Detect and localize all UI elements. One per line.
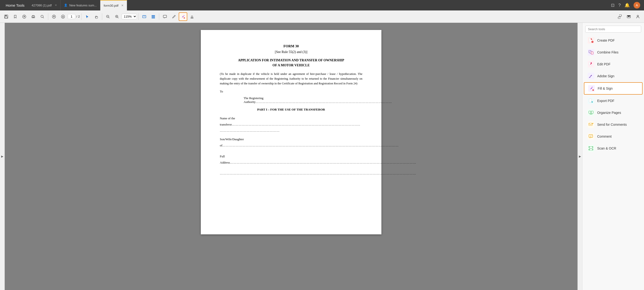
page-separator: /: [76, 15, 77, 18]
right-panel-toggle[interactable]: ▶: [578, 23, 582, 290]
comment-icon: [588, 133, 594, 140]
toolbar-right: [616, 12, 642, 21]
tool-edit-pdf[interactable]: Edit PDF: [584, 58, 642, 70]
tab-label: New features sum...: [70, 4, 97, 7]
tab-form30[interactable]: form30.pdf ✕: [100, 0, 127, 10]
adobe-sign-icon: [588, 73, 594, 80]
tool-export-pdf[interactable]: Export PDF: [584, 95, 642, 106]
fit-page-button[interactable]: [140, 12, 148, 21]
svg-rect-31: [589, 123, 592, 126]
edit-pdf-label: Edit PDF: [597, 62, 610, 66]
svg-rect-2: [5, 17, 7, 18]
svg-rect-12: [152, 15, 155, 16]
page-total: 2: [78, 15, 80, 18]
tool-adobe-sign[interactable]: Adobe Sign: [584, 70, 642, 82]
scan-ocr-label: Scan & OCR: [597, 146, 616, 150]
page-navigation: / 2: [68, 14, 80, 19]
bookmark-button[interactable]: [11, 12, 20, 21]
top-bar-right: ⊡ ? 🔔 A: [611, 2, 642, 8]
combine-files-icon: [588, 49, 594, 56]
pdf-authority: The Registering Authority…………………………………………: [220, 96, 362, 104]
upload-button[interactable]: [20, 12, 28, 21]
tool-organize-pages[interactable]: Organize Pages: [584, 107, 642, 118]
pen-tool-button[interactable]: [170, 12, 178, 21]
print-button[interactable]: [29, 12, 38, 21]
tab-close-icon[interactable]: ✕: [55, 4, 57, 7]
svg-point-19: [637, 15, 638, 17]
pdf-note: (To be made in duplicate if the vehicle …: [220, 72, 362, 86]
send-for-comments-label: Send for Comments: [597, 123, 627, 126]
main-content: ▶ FORM 30 [See Rule 55(2) and (3)] APPLI…: [0, 23, 644, 290]
notification-icon[interactable]: 🔔: [624, 2, 630, 8]
link-button[interactable]: [616, 12, 624, 21]
svg-rect-11: [142, 16, 146, 18]
save-button[interactable]: [2, 12, 10, 21]
sidebar-left-toggle[interactable]: ▶: [0, 23, 5, 290]
tab-person-icon: 👤: [64, 4, 68, 7]
tab-label: form30.pdf: [104, 4, 118, 7]
toolbar: / 2 115% 100% 75% 150%: [0, 10, 644, 23]
tool-combine-files[interactable]: Combine Files: [584, 46, 642, 58]
top-bar: Home Tools 427086 (1).pdf ✕ 👤 New featur…: [0, 0, 644, 10]
home-label[interactable]: Home: [6, 3, 15, 7]
tab-close-icon[interactable]: ✕: [121, 4, 124, 7]
fill-sign-label: Fill & Sign: [598, 86, 613, 90]
right-arrow-icon: ▶: [579, 155, 581, 158]
separator3: [102, 13, 102, 20]
user-profile-button[interactable]: [634, 12, 642, 21]
export-pdf-icon: [588, 98, 594, 104]
zoom-out-button[interactable]: [104, 12, 112, 21]
hand-tool-button[interactable]: [92, 12, 100, 21]
help-icon[interactable]: ?: [618, 3, 621, 8]
tool-comment[interactable]: Comment: [584, 131, 642, 142]
tool-fill-sign[interactable]: Fill & Sign: [584, 82, 642, 94]
tool-send-for-comments[interactable]: Send for Comments: [584, 119, 642, 130]
cast-icon[interactable]: ⊡: [611, 2, 614, 8]
svg-rect-28: [589, 99, 592, 102]
combine-files-label: Combine Files: [597, 50, 618, 54]
svg-rect-24: [591, 52, 593, 54]
svg-rect-30: [591, 111, 593, 114]
tools-search-input[interactable]: [585, 26, 641, 32]
comment-label: Comment: [597, 134, 612, 138]
scroll-mode-button[interactable]: [149, 12, 158, 21]
prev-page-button[interactable]: [50, 12, 58, 21]
next-page-button[interactable]: [59, 12, 67, 21]
pdf-main-heading: APPLICATION FOR INTIMATION AND TRANSFER …: [220, 58, 362, 68]
tab-new-features[interactable]: 👤 New features sum...: [60, 0, 100, 10]
separator: [48, 13, 48, 20]
adobe-sign-label: Adobe Sign: [597, 74, 614, 78]
pdf-field-dots: ……………………………………………………………………………………………………………: [220, 170, 362, 176]
svg-rect-14: [152, 18, 155, 18]
cursor-tool-button[interactable]: [83, 12, 92, 21]
search-button[interactable]: [38, 12, 46, 21]
pdf-field-address: Full Address……………………………………………………………………………: [220, 153, 362, 166]
profile-icon[interactable]: A: [634, 2, 640, 8]
tab-427086[interactable]: 427086 (1).pdf ✕: [28, 0, 60, 10]
tools-label[interactable]: Tools: [16, 3, 24, 7]
tool-scan-ocr[interactable]: Scan & OCR: [584, 142, 642, 154]
edit-pdf-icon: [588, 61, 594, 68]
pdf-to-label: To: [220, 90, 362, 94]
tool-create-pdf[interactable]: Create PDF: [584, 35, 642, 46]
tab-bar: Home Tools 427086 (1).pdf ✕ 👤 New featur…: [2, 0, 127, 10]
home-tools-nav[interactable]: Home Tools: [2, 0, 28, 10]
zoom-in-button[interactable]: [113, 12, 121, 21]
pdf-form-title: FORM 30: [220, 44, 362, 48]
svg-rect-1: [5, 15, 7, 16]
zoom-select[interactable]: 115% 100% 75% 150%: [122, 14, 137, 19]
svg-rect-5: [32, 17, 34, 18]
fill-sign-toolbar-button[interactable]: [179, 12, 187, 21]
tools-search-container: [582, 23, 644, 34]
pdf-viewer[interactable]: FORM 30 [See Rule 55(2) and (3)] APPLICA…: [5, 23, 578, 290]
separator4: [138, 13, 138, 20]
page-number-input[interactable]: [68, 14, 75, 19]
stamp-button[interactable]: [188, 12, 196, 21]
scan-ocr-icon: [588, 145, 594, 152]
create-pdf-label: Create PDF: [597, 38, 615, 42]
zoom-control: 115% 100% 75% 150%: [122, 14, 137, 19]
svg-rect-15: [163, 15, 166, 18]
email-button[interactable]: [624, 12, 633, 21]
comment-button[interactable]: [161, 12, 169, 21]
tab-label: 427086 (1).pdf: [32, 4, 52, 7]
